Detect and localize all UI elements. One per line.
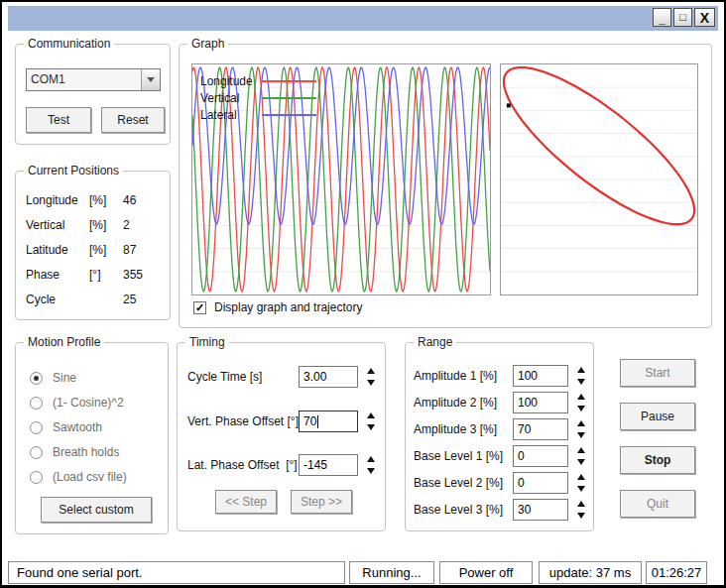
- close-button[interactable]: X: [694, 8, 715, 27]
- start-button[interactable]: Start: [620, 359, 695, 387]
- lat-phase-offset-spinner: [364, 454, 378, 475]
- position-row-latitude: Latitude [%] 87: [26, 237, 165, 262]
- spinner-down-button[interactable]: [364, 466, 378, 475]
- text-caret: [317, 415, 318, 428]
- base-level-3-value: 30: [518, 503, 531, 517]
- timing-group-title: Timing: [185, 335, 229, 349]
- spinner-down-button[interactable]: [574, 430, 588, 439]
- position-unit: [%]: [89, 193, 123, 207]
- amplitude-3-value: 70: [518, 422, 531, 436]
- stop-button[interactable]: Stop: [620, 446, 695, 474]
- status-clock-panel: 01:26:27: [646, 561, 707, 584]
- step-back-button[interactable]: << Step: [215, 490, 277, 514]
- amplitude-1-input[interactable]: 100: [513, 365, 568, 387]
- maximize-button[interactable]: □: [673, 8, 692, 27]
- lat-phase-offset-value: -145: [303, 458, 327, 472]
- base-level-1-input[interactable]: 0: [513, 445, 568, 467]
- quit-button[interactable]: Quit: [620, 490, 695, 518]
- triangle-down-icon: [577, 379, 585, 385]
- radio-button-icon[interactable]: [30, 397, 43, 410]
- titlebar[interactable]: _ □ X: [8, 6, 718, 31]
- amplitude-2-input[interactable]: 100: [513, 392, 568, 413]
- checkbox-label: Display graph and trajectory: [214, 300, 362, 314]
- timing-group: Timing Cycle Time [s] 3.00 Vert. Phase O…: [177, 342, 386, 531]
- spinner-up-button[interactable]: [364, 411, 378, 419]
- lat-phase-offset-input[interactable]: -145: [299, 454, 358, 476]
- radio-button-icon[interactable]: [30, 446, 43, 459]
- check-icon: ✓: [195, 302, 204, 313]
- spinner-up-button[interactable]: [574, 472, 588, 481]
- test-button[interactable]: Test: [26, 107, 91, 133]
- triangle-down-icon: [577, 432, 585, 438]
- display-graph-checkbox[interactable]: ✓ Display graph and trajectory: [193, 300, 362, 314]
- amplitude-2-label: Amplitude 2 [%]: [414, 392, 497, 413]
- spinner-up-button[interactable]: [574, 418, 588, 427]
- radio-label: (1- Cosine)^2: [53, 396, 124, 410]
- spinner-down-button[interactable]: [574, 511, 588, 520]
- status-clock: 01:26:27: [652, 565, 702, 580]
- status-update-rate: update: 37 ms: [549, 565, 631, 580]
- cycle-time-input[interactable]: 3.00: [299, 366, 358, 388]
- radio-sawtooth[interactable]: Sawtooth: [30, 419, 102, 435]
- base-level-2-label: Base Level 2 [%]: [414, 472, 503, 494]
- radio-button-icon[interactable]: [30, 372, 43, 385]
- lat-phase-offset-label: Lat. Phase Offset [°]: [187, 454, 298, 476]
- amplitude-3-input[interactable]: 70: [513, 418, 568, 440]
- position-row-cycle: Cycle 25: [26, 287, 165, 311]
- radio-breath-holds[interactable]: Breath holds: [30, 444, 119, 460]
- legend: Longitude Vertical Lateral: [200, 72, 316, 123]
- spinner-up-button[interactable]: [574, 445, 588, 454]
- waveform-plot: Longitude Vertical Lateral: [191, 63, 491, 295]
- base-level-1-spinner: [574, 445, 588, 466]
- com-port-dropdown-button[interactable]: [141, 69, 160, 90]
- position-unit: [°]: [89, 268, 123, 282]
- radio-button-icon[interactable]: [30, 421, 43, 434]
- radio-1-cosine-squared[interactable]: (1- Cosine)^2: [30, 395, 124, 411]
- spinner-up-button[interactable]: [364, 366, 378, 375]
- spinner-down-button[interactable]: [574, 457, 588, 466]
- radio-label: Sine: [53, 371, 76, 385]
- radio-button-icon[interactable]: [30, 471, 43, 484]
- trajectory-plot: [500, 63, 698, 295]
- reset-button[interactable]: Reset: [101, 107, 165, 133]
- spinner-down-button[interactable]: [364, 422, 378, 431]
- base-level-3-spinner: [574, 499, 588, 520]
- radio-load-csv[interactable]: (Load csv file): [30, 469, 127, 485]
- status-run-state: Running...: [362, 565, 421, 580]
- checkbox-box[interactable]: ✓: [193, 301, 206, 314]
- legend-item-vertical: Vertical: [200, 89, 316, 106]
- com-port-select[interactable]: COM1: [26, 68, 161, 91]
- radio-sine[interactable]: Sine: [30, 370, 76, 386]
- legend-line-swatch: [262, 97, 316, 99]
- graph-group: Graph Longitude Vertical Lateral: [179, 44, 712, 328]
- spinner-up-button[interactable]: [574, 392, 588, 401]
- spinner-up-button[interactable]: [574, 499, 588, 508]
- spinner-up-button[interactable]: [574, 365, 588, 374]
- pause-button[interactable]: Pause: [620, 403, 695, 430]
- amplitude-1-label: Amplitude 1 [%]: [414, 365, 497, 387]
- position-value: 87: [123, 243, 165, 257]
- minimize-button[interactable]: _: [653, 8, 671, 27]
- motion-profile-title: Motion Profile: [24, 335, 104, 349]
- position-label: Longitude: [26, 193, 89, 207]
- position-label: Vertical: [26, 218, 89, 232]
- spinner-up-button[interactable]: [364, 454, 378, 463]
- base-level-3-input[interactable]: 30: [513, 499, 568, 521]
- select-custom-button[interactable]: Select custom: [41, 497, 152, 523]
- triangle-up-icon: [577, 501, 585, 507]
- vert-phase-offset-input[interactable]: 70: [299, 411, 358, 432]
- spinner-down-button[interactable]: [574, 404, 588, 412]
- spinner-down-button[interactable]: [364, 378, 378, 387]
- position-unit: [%]: [89, 243, 123, 257]
- minimize-icon: _: [659, 12, 666, 26]
- position-unit: [%]: [89, 218, 123, 232]
- spinner-down-button[interactable]: [574, 484, 588, 493]
- graph-group-title: Graph: [187, 37, 228, 51]
- triangle-up-icon: [577, 367, 585, 373]
- position-value: 355: [123, 268, 165, 282]
- triangle-down-icon: [577, 486, 585, 492]
- base-level-2-input[interactable]: 0: [513, 472, 568, 494]
- spinner-down-button[interactable]: [574, 377, 588, 386]
- step-forward-button[interactable]: Step >>: [291, 490, 352, 514]
- triangle-up-icon: [577, 420, 585, 426]
